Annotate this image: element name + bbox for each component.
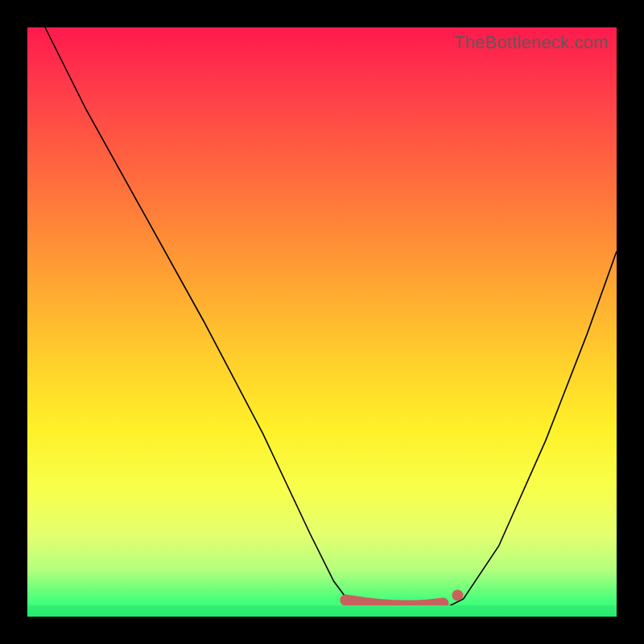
watermark-text: TheBottleneck.com — [454, 32, 609, 53]
chart-frame: TheBottleneck.com — [0, 0, 644, 644]
plot-area: TheBottleneck.com — [27, 27, 617, 617]
green-baseline-band — [27, 605, 617, 617]
valley-end-dot — [452, 589, 463, 601]
valley-highlight — [27, 27, 617, 617]
